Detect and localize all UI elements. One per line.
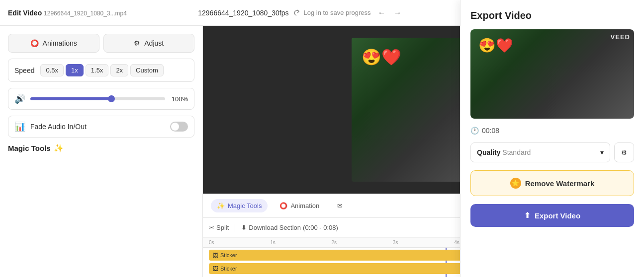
adjust-icon: ⚙	[134, 39, 140, 47]
export-duration: 🕐 00:08	[470, 127, 634, 135]
remove-watermark-icon: ⭐	[510, 178, 521, 189]
speed-control: Speed 0.5x 1x 1.5x 2x Custom	[8, 59, 194, 82]
speed-2x[interactable]: 2x	[110, 64, 128, 76]
animations-icon: ⭕	[30, 39, 39, 47]
magic-tools-label: Magic Tools	[8, 144, 51, 152]
fade-label: Fade Audio In/Out	[30, 123, 165, 131]
export-watermark-text: VEED	[611, 33, 630, 41]
split-icon: ✂	[209, 224, 214, 231]
remove-watermark-button[interactable]: ⭐ Remove Watermark	[470, 170, 634, 196]
speed-0.5x[interactable]: 0.5x	[40, 64, 64, 76]
main-area: ⭕ Animations ⚙ Adjust Speed 0.5x 1x 1.5x…	[0, 26, 644, 277]
toggle-knob	[171, 123, 179, 131]
topbar-center: 12966644_1920_1080_30fps Log in to save …	[133, 5, 470, 20]
clock-icon: 🕐	[470, 127, 479, 135]
split-button[interactable]: ✂ Split	[209, 224, 229, 231]
redo-button[interactable]: →	[391, 5, 405, 20]
ruler-mark-1: 1s	[270, 240, 331, 245]
quality-label: Quality	[477, 148, 500, 156]
download-section-button[interactable]: ⬇ Download Section (0:00 - 0:08)	[241, 224, 338, 231]
speed-1x[interactable]: 1x	[66, 64, 84, 76]
speed-options: 0.5x 1x 1.5x 2x Custom	[40, 64, 163, 76]
quality-value: Standard	[502, 148, 531, 156]
adjust-button[interactable]: ⚙ Adjust	[103, 34, 195, 53]
upload-icon: ⬆	[524, 211, 531, 220]
export-preview-thumbnail: 😍❤️ VEED	[470, 29, 634, 119]
fade-audio-control: 📊 Fade Audio In/Out	[8, 116, 194, 138]
separator	[235, 224, 235, 232]
sliders-icon: ⚙	[621, 149, 627, 156]
animations-button[interactable]: ⭕ Animations	[8, 34, 99, 53]
export-preview-emoji: 😍❤️	[478, 37, 513, 54]
download-range: (0:00 - 0:08)	[303, 224, 338, 231]
quality-row: Quality Standard ▾ ⚙	[470, 142, 634, 162]
speed-custom[interactable]: Custom	[130, 64, 164, 76]
volume-control: 🔊 100%	[8, 88, 194, 110]
animation-toolbar-icon: ⭕	[279, 202, 287, 209]
speed-label: Speed	[14, 67, 34, 74]
panel-top-buttons: ⭕ Animations ⚙ Adjust	[8, 34, 194, 53]
left-panel: ⭕ Animations ⚙ Adjust Speed 0.5x 1x 1.5x…	[0, 26, 203, 277]
more-toolbar-button[interactable]: ✉	[331, 199, 349, 212]
undo-button[interactable]: ←	[375, 5, 389, 20]
ruler-mark-0: 0s	[209, 240, 270, 245]
volume-track	[30, 97, 165, 100]
emoji-sticker-overlay: 😍❤️	[362, 48, 401, 67]
export-video-button[interactable]: ⬆ Export Video	[470, 204, 634, 227]
magic-tools-header: Magic Tools ✨	[8, 143, 194, 153]
fade-icon: 📊	[14, 121, 25, 132]
save-progress-indicator: Log in to save progress	[292, 9, 370, 17]
speed-1.5x[interactable]: 1.5x	[86, 64, 109, 76]
magic-tools-toolbar-button[interactable]: ✨ Magic Tools	[211, 199, 268, 212]
ruler-mark-3: 3s	[393, 240, 454, 245]
more-icon: ✉	[337, 202, 343, 209]
volume-icon: 🔊	[14, 93, 25, 104]
filename-label: 12966644_1920_1080_3...mp4	[44, 10, 127, 17]
magic-spark-icon: ✨	[54, 143, 64, 153]
quality-settings-button[interactable]: ⚙	[614, 142, 634, 162]
sticker-icon-2: 🖼	[213, 266, 218, 272]
volume-thumb[interactable]	[108, 95, 115, 102]
volume-slider[interactable]	[30, 97, 165, 100]
undo-redo-group: ← →	[375, 5, 405, 20]
volume-percentage: 100%	[170, 95, 188, 103]
animation-toolbar-button[interactable]: ⭕ Animation	[274, 199, 325, 212]
ruler-mark-2: 2s	[332, 240, 393, 245]
magic-tools-toolbar-icon: ✨	[217, 202, 225, 209]
download-icon: ⬇	[241, 224, 247, 231]
video-name-label: 12966644_1920_1080_30fps	[198, 9, 288, 17]
fade-toggle[interactable]	[170, 122, 188, 132]
volume-fill	[30, 97, 111, 100]
page-title: Edit Video 12966644_1920_1080_3...mp4	[8, 9, 127, 17]
sticker-icon-1: 🖼	[213, 252, 218, 258]
export-panel: Export Video 😍❤️ VEED 🕐 00:08 Quality St…	[460, 26, 644, 277]
chevron-down-icon: ▾	[600, 148, 604, 156]
quality-select[interactable]: Quality Standard ▾	[470, 142, 610, 162]
